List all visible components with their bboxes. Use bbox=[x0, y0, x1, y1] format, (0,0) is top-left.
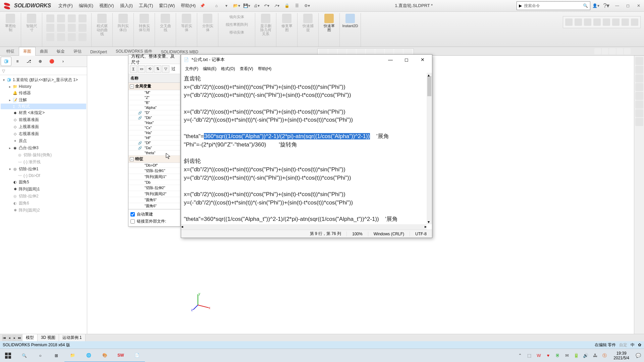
menu-文件(F)[interactable]: 文件(F) bbox=[56, 1, 75, 10]
mtab-prev-icon[interactable]: ◂ bbox=[7, 335, 12, 341]
eq-row[interactable]: "阵列(圆周)2" bbox=[128, 191, 180, 197]
status-ime-icon[interactable]: 中 bbox=[631, 342, 635, 348]
tb-explorer-icon[interactable]: 📁 bbox=[64, 349, 80, 362]
eq-row[interactable]: "切除-拉伸2" bbox=[128, 185, 180, 191]
taskpane-palette-icon[interactable] bbox=[635, 92, 643, 100]
tb-notepad-icon[interactable]: 📄 bbox=[129, 349, 145, 362]
ribbon-pattern[interactable]: 线性草图阵列 bbox=[224, 21, 249, 28]
eq-row[interactable]: "切除-拉伸1" bbox=[128, 168, 180, 174]
tray-battery-icon[interactable]: 🔋 bbox=[573, 353, 579, 359]
tree-item[interactable]: ▸◉凸台-拉伸3 bbox=[1, 144, 86, 152]
menu-插入(I)[interactable]: 插入(I) bbox=[117, 1, 136, 10]
tree-item[interactable]: ▸📝注解 bbox=[1, 97, 86, 104]
eq-row[interactable]: 🔗"D" bbox=[128, 110, 180, 115]
np-menu-帮助(H)[interactable]: 帮助(H) bbox=[256, 65, 274, 72]
search-input[interactable] bbox=[524, 3, 581, 8]
tb-app1-icon[interactable]: 🎨 bbox=[97, 349, 113, 362]
eq-row[interactable]: "阵列(圆周)1" bbox=[128, 174, 180, 180]
mtab-next-icon[interactable]: ▸ bbox=[12, 335, 17, 341]
feature-tree[interactable]: ▾🧊1.直齿轮 (默认<<默认>_显示状态 1> ▸📁History🔔传感器▸📝… bbox=[0, 75, 87, 335]
ribbon-instant2d[interactable]: Instant2D bbox=[342, 24, 358, 28]
ribbon-mirror[interactable]: 镜向实体 bbox=[228, 13, 246, 21]
mtab-first-icon[interactable]: ⏮ bbox=[2, 335, 7, 341]
eq-row[interactable]: "Db>Df" bbox=[128, 163, 180, 168]
tree-item[interactable]: Σ方程式 bbox=[1, 104, 86, 109]
menu-窗口(W)[interactable]: 窗口(W) bbox=[156, 1, 177, 10]
tree-item[interactable]: ✱阵列(圆周)2 bbox=[1, 207, 86, 214]
fm-tab-more[interactable]: › bbox=[58, 57, 68, 66]
model-tab-运动算例 1[interactable]: 运动算例 1 bbox=[59, 334, 86, 342]
help-icon[interactable]: ?▾ bbox=[602, 2, 611, 9]
notepad-window[interactable]: 📄 *公式.txt - 记事本 — ◻ ✕ 文件(F)编辑(E)格式(O)查看(… bbox=[181, 54, 432, 238]
ribbon-curve[interactable]: 程式驱动的曲线 bbox=[95, 24, 109, 36]
taskpane-resources-icon[interactable] bbox=[635, 66, 643, 74]
tree-item[interactable]: ◐圆角5 bbox=[1, 179, 86, 186]
np-menu-查看(V)[interactable]: 查看(V) bbox=[238, 65, 255, 72]
eq-row[interactable]: 🔗"Db" bbox=[128, 115, 180, 120]
ribbon-snap[interactable]: 快速捕捉 bbox=[301, 24, 315, 32]
eq-row[interactable]: "Alpha" bbox=[128, 105, 180, 110]
tray-shield-icon[interactable]: ⛨ bbox=[554, 353, 560, 359]
tray-mail-icon[interactable]: ✉ bbox=[564, 353, 570, 359]
menu-工具(T)[interactable]: 工具(T) bbox=[136, 1, 156, 10]
tray-notifications-icon[interactable]: 💬 bbox=[635, 353, 641, 359]
eq-section[interactable]: −全局变量 bbox=[128, 83, 180, 90]
notepad-minimize-button[interactable]: — bbox=[384, 55, 397, 64]
tab-草图[interactable]: 草图 bbox=[19, 47, 36, 56]
tree-item[interactable]: ◎切除-拉伸2 bbox=[1, 193, 86, 200]
taskbar-clock[interactable]: 19:392021/5/4 bbox=[611, 351, 632, 360]
tab-评估[interactable]: 评估 bbox=[69, 47, 86, 56]
eq-section[interactable]: −特征 bbox=[128, 156, 180, 163]
eq-row[interactable]: "Ha" bbox=[128, 130, 180, 135]
tray-app2-icon[interactable]: W bbox=[536, 353, 542, 359]
vp-close-icon[interactable] bbox=[624, 48, 631, 54]
select-icon[interactable]: ↗▾ bbox=[273, 2, 281, 10]
home-icon[interactable]: ⌂ bbox=[212, 2, 220, 10]
mtab-last-icon[interactable]: ⏭ bbox=[17, 335, 22, 341]
user-icon[interactable]: 👤▾ bbox=[591, 2, 600, 9]
notepad-close-button[interactable]: ✕ bbox=[416, 55, 429, 64]
model-tab-模型[interactable]: 模型 bbox=[22, 334, 38, 342]
vp-max-icon[interactable] bbox=[616, 48, 623, 54]
tray-volume-icon[interactable]: 🔊 bbox=[583, 353, 589, 359]
fm-tab-appearance[interactable]: 🔴 bbox=[46, 57, 57, 66]
np-menu-文件(F)[interactable]: 文件(F) bbox=[183, 65, 200, 72]
tree-item[interactable]: ⌖原点 bbox=[1, 137, 86, 144]
eq-row[interactable]: "Hf" bbox=[128, 135, 180, 140]
fm-tab-dim[interactable]: ⊕ bbox=[35, 57, 46, 66]
equations-table[interactable]: 名称 −全局变量"M""Z""B""Alpha"🔗"D"🔗"Db""Hax""C… bbox=[128, 74, 180, 209]
tb-solidworks-icon[interactable]: SW bbox=[113, 349, 129, 362]
search-box[interactable]: ▶ 🔍 bbox=[517, 1, 590, 10]
ribbon-sketch[interactable]: 草图绘制 bbox=[3, 24, 17, 32]
eq-row[interactable]: "B" bbox=[128, 100, 180, 105]
eq-row[interactable]: "圆角6" bbox=[128, 203, 180, 209]
taskpane-library-icon[interactable] bbox=[635, 74, 643, 82]
ribbon-intersect[interactable]: 交叉曲线 bbox=[158, 24, 172, 32]
tree-item[interactable]: ◇右视基准面 bbox=[1, 130, 86, 137]
ribbon-repair[interactable]: 修复草图 bbox=[280, 24, 294, 32]
menu-帮助(H)[interactable]: 帮助(H) bbox=[178, 1, 198, 10]
start-button[interactable] bbox=[0, 349, 16, 362]
fm-tab-config[interactable]: ⎇ bbox=[23, 57, 34, 66]
ribbon-offset[interactable]: 等距实体 bbox=[179, 24, 194, 32]
open-icon[interactable]: 📂▾ bbox=[232, 2, 240, 10]
eq-row[interactable]: "Cx" bbox=[128, 125, 180, 130]
eq-t3-icon[interactable]: ⇅ bbox=[154, 65, 161, 73]
ribbon-rapid[interactable]: 快速草图 bbox=[322, 24, 336, 32]
tree-item[interactable]: 〰(-) Db>Df bbox=[1, 173, 86, 179]
tb-search-icon[interactable]: 🔍 bbox=[16, 349, 32, 362]
tree-item[interactable]: ◇前视基准面 bbox=[1, 116, 86, 123]
restore-button[interactable]: ◻ bbox=[623, 2, 633, 9]
eq-row[interactable]: "theta" bbox=[128, 150, 180, 156]
new-icon[interactable]: ▾ bbox=[222, 2, 230, 10]
taskpane-appearance-icon[interactable] bbox=[635, 101, 643, 109]
np-menu-编辑(E)[interactable]: 编辑(E) bbox=[201, 65, 218, 72]
minimize-button[interactable]: — bbox=[612, 2, 622, 9]
notepad-scrollbar-v[interactable]: ▴▾ bbox=[427, 73, 432, 224]
ribbon-trim[interactable]: 阵列实体(I) bbox=[116, 24, 130, 32]
tab-钣金[interactable]: 钣金 bbox=[52, 47, 69, 56]
eq-auto-rebuild[interactable]: 自动重建 bbox=[130, 212, 178, 217]
ribbon-split[interactable]: 分割实体 bbox=[201, 24, 215, 32]
eq-t2-icon[interactable]: ⟲ bbox=[146, 65, 153, 73]
tb-browser-icon[interactable]: 🌐 bbox=[80, 349, 97, 362]
